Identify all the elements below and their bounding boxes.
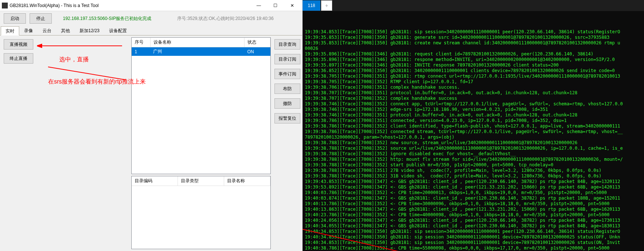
console-line: 19:39:38.788][Trace][7008][352] start pu… xyxy=(305,162,642,168)
maximize-button[interactable]: ☐ xyxy=(267,0,284,11)
tab-bar: 实时录像云台其他新加12/23设备配置 xyxy=(0,26,302,35)
start-button[interactable]: 启动 xyxy=(4,13,26,24)
console-tab-bar: 118 + xyxy=(303,0,644,11)
catalog-query-button[interactable]: 目录查询 xyxy=(274,39,300,50)
console-tab[interactable]: 118 xyxy=(303,0,320,11)
console-line: 19:40:13.863][Trace][7008][347] <- GBS g… xyxy=(305,207,642,212)
console-line: 19:39:38.746][Trace][7008][351] protocol… xyxy=(305,112,642,118)
console-line: 19:40:13.786][Trace][7008][352] <- CPB t… xyxy=(305,201,642,207)
console-line: 19:39:38.788][Trace][7008][352] source u… xyxy=(305,146,642,151)
console-line: 19:39:38.788][Trace][7008][352] ignore d… xyxy=(305,151,642,157)
tab-2[interactable]: 云台 xyxy=(38,26,56,35)
table-row[interactable]: 1广州ON xyxy=(132,47,270,56)
catalog-table-header: 目录编码 xyxy=(132,176,178,186)
tab-1[interactable]: 录像 xyxy=(19,26,38,35)
console-line: 19:40:38.786][Trace][7008][352] <- CPB t… xyxy=(305,245,642,251)
console-line: 19:40:23.786][Trace][7008][352] <- CPB t… xyxy=(305,212,642,218)
annotation-srs-rtp: 在srs服务器会看到有新的rtp推流上来 xyxy=(48,78,146,86)
console-line: 19:39:38.786][Trace][7008][351] connecte… xyxy=(305,118,642,123)
console-line: 19:39:53.892][Trace][7008][347] <- GBS g… xyxy=(305,184,642,190)
console-line: 19:39:38.705][Trace][7008][352] RTMP cli… xyxy=(305,79,642,85)
console-line: 19:39:38.786][Trace][7008][352] client i… xyxy=(305,123,642,129)
tab-3[interactable]: 其他 xyxy=(56,26,75,35)
console-window: 118 + 19:39:34.853][Trace][7008][350] gb… xyxy=(303,0,644,251)
app-window: GB28181.WinTool(Alpha) - This is a Test … xyxy=(0,0,303,251)
guard-off-button[interactable]: 撤防 xyxy=(274,98,300,109)
stop-button[interactable]: 停止 xyxy=(30,13,52,24)
device-table-header: 状态 xyxy=(245,38,270,47)
catalog-subscribe-button[interactable]: 目录订阅 xyxy=(274,54,300,64)
console-line: 19:39:38.706][Trace][7008][351] complex … xyxy=(305,85,642,90)
console-line: 19:40:34.853][Trace][7008][350] gb28181:… xyxy=(305,229,642,234)
console-line: 19:40:24.056][Trace][7008][347] <- GBS g… xyxy=(305,218,642,223)
console-line: 19:39:38.786][Trace][7008][352] connecte… xyxy=(305,129,642,135)
console-output[interactable]: 19:39:34.853][Trace][7008][350] gb28181:… xyxy=(303,11,644,251)
minimize-button[interactable]: — xyxy=(250,0,267,11)
titlebar: GB28181.WinTool(Alpha) - This is a Test … xyxy=(0,0,302,11)
console-line: 19:39:38.746][Trace][7008][352] connect … xyxy=(305,101,642,107)
console-line: 19:39:35.853][Trace][7008][350] gb28181:… xyxy=(305,35,642,40)
console-line: 19:39:35.853][Trace][7008][350] gb28181:… xyxy=(305,40,642,46)
device-table-header: 序号 xyxy=(132,38,150,47)
live-video-button[interactable]: 直播视频 xyxy=(4,39,33,50)
event-subscribe-button[interactable]: 事件订阅 xyxy=(274,69,300,79)
guard-on-button[interactable]: 布防 xyxy=(274,84,300,94)
catalog-table-header: 目录类型 xyxy=(178,176,224,186)
console-line: 19:39:38.707][Trace][7008][352] complex … xyxy=(305,96,642,101)
console-line: 19:39:38.788][Trace][7008][352] 31B vide… xyxy=(305,173,642,179)
sip-status-label: 192.168.197.153:5060-SIP服务已初始化完成 xyxy=(63,16,151,22)
console-new-tab-button[interactable]: + xyxy=(321,0,332,11)
console-line: 78978201001320000026, param=?vhost=127.0… xyxy=(305,135,642,140)
console-line: 00026 xyxy=(305,46,642,51)
console-line: 19:39:35.896][Trace][7008][346] gb28181:… xyxy=(305,57,642,62)
annotation-select-live: 选中，直播 xyxy=(59,56,89,64)
app-icon xyxy=(2,3,8,9)
console-line: 19:40:03.786][Trace][7008][352] <- CPB t… xyxy=(305,190,642,196)
console-line: 19:39:38.788][Trace][7008][351] 27B vide… xyxy=(305,168,642,173)
toolbar: 启动 停止 192.168.197.153:5060-SIP服务已初始化完成 序… xyxy=(0,11,302,26)
tab-5[interactable]: 设备配置 xyxy=(104,26,132,35)
console-line: 19:39:35.896][Trace][7008][346] gb28181:… xyxy=(305,51,642,57)
console-line: 19:40:34.055][Trace][7008][347] <- GBS g… xyxy=(305,223,642,229)
console-line: 19:39:38.707][Trace][7008][351] protocol… xyxy=(305,90,642,96)
left-action-panel: 直播视频 终止直播 xyxy=(0,35,37,251)
device-table: 序号设备名称状态 1广州ON xyxy=(131,37,271,174)
console-line: 19:39:34.853][Trace][7008][350] gb28181:… xyxy=(305,29,642,35)
console-line: 19:39:38.705][Trace][7008][351] gb28181:… xyxy=(305,74,642,79)
console-line: 19:40:34.853][Trace][7008][350] gb28181:… xyxy=(305,234,642,240)
right-action-panel: 目录查询 目录订阅 事件订阅 布防 撤防 报警复位 xyxy=(273,35,302,251)
heartbeat-status-label: 序号:3529,状态:OK,心跳时间:2020/4/26 19:40:36 xyxy=(177,16,273,22)
catalog-table: 目录编码目录类型目录名称 xyxy=(131,176,271,249)
annotation-overlay: 选中，直播 在srs服务器会看到有新的rtp推流上来 xyxy=(37,35,129,251)
console-line: 19:39:43.853][Trace][7008][347] <- GBS g… xyxy=(305,179,642,184)
console-line: 19:39:38.788][Trace][7008][352] http: mo… xyxy=(305,157,642,162)
tab-4[interactable]: 新加12/23 xyxy=(75,26,104,35)
console-line: 19:40:03.874][Trace][7008][347] <- GBS g… xyxy=(305,196,642,201)
tab-0[interactable]: 实时 xyxy=(1,26,19,35)
console-line: 19:39:36.852][Trace][7008][350] gb28181:… xyxy=(305,68,642,74)
close-button[interactable]: ✕ xyxy=(284,0,300,11)
window-title: GB28181.WinTool(Alpha) - This is a Test … xyxy=(10,3,250,8)
console-line: 19:39:38.746][Trace][7008][352] edge-srs… xyxy=(305,107,642,112)
catalog-table-header: 目录名称 xyxy=(224,176,270,186)
stop-live-button[interactable]: 终止直播 xyxy=(4,53,33,64)
device-table-header: 设备名称 xyxy=(150,38,245,47)
console-line: 19:39:38.788][Trace][7008][352] new sour… xyxy=(305,140,642,146)
console-line: 19:39:35.897][Trace][7008][346] gb28181:… xyxy=(305,62,642,68)
alarm-reset-button[interactable]: 报警复位 xyxy=(274,113,300,123)
